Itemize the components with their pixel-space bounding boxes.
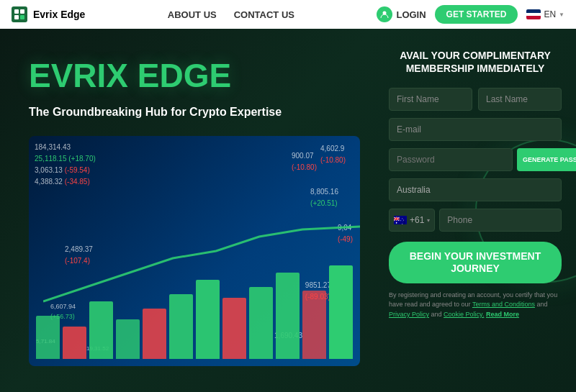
phone-input[interactable]	[439, 209, 562, 232]
country-input[interactable]	[389, 178, 562, 201]
registration-form-panel: AVAIL YOUR COMPLIMENTARY MEMBERSHIP IMME…	[374, 29, 576, 392]
email-input[interactable]	[389, 118, 562, 141]
get-started-button[interactable]: GET STARTED	[435, 5, 518, 24]
australia-flag-icon	[394, 216, 407, 224]
trend-line	[43, 222, 360, 309]
logo[interactable]: Evrix Edge	[12, 6, 85, 22]
svg-rect-3	[20, 15, 24, 19]
password-row: GENERATE PASSWORDS	[389, 148, 562, 171]
hero-subtitle: The Groundbreaking Hub for Crypto Expert…	[29, 106, 353, 119]
svg-rect-0	[14, 9, 19, 14]
logo-text: Evrix Edge	[33, 9, 85, 20]
phone-code: +61	[410, 215, 424, 225]
hero-section: EVRIX EDGE The Groundbreaking Hub for Cr…	[0, 29, 576, 392]
navbar: Evrix Edge ABOUT US CONTACT US LOGIN GET…	[0, 0, 576, 29]
lang-label: EN	[544, 9, 556, 19]
stock-chart-image: 184,314.43 25,118.15 (+18.70) 3,063.13 (…	[29, 136, 360, 366]
terms-link[interactable]: Terms and Conditions	[472, 301, 535, 308]
generate-password-button[interactable]: GENERATE PASSWORDS	[517, 148, 576, 171]
chart-canvas: 184,314.43 25,118.15 (+18.70) 3,063.13 (…	[29, 136, 360, 366]
language-selector[interactable]: EN ▼	[526, 9, 564, 19]
submit-button[interactable]: BEGIN YOUR INVESTMENT JOURNEY	[389, 242, 562, 283]
cookie-link[interactable]: Cookie Policy.	[444, 311, 484, 318]
disclaimer-text: By registering and creating an account, …	[389, 291, 562, 320]
chevron-down-icon: ▾	[427, 217, 430, 224]
first-name-input[interactable]	[389, 88, 472, 111]
lang-flag-icon	[526, 9, 541, 19]
read-more-link[interactable]: Read More	[486, 311, 519, 318]
svg-rect-2	[14, 15, 19, 19]
last-name-input[interactable]	[478, 88, 562, 111]
logo-icon	[12, 6, 27, 22]
nav-links: ABOUT US CONTACT US	[168, 9, 294, 20]
navbar-right: LOGIN GET STARTED EN ▼	[377, 5, 564, 24]
svg-rect-1	[20, 9, 24, 14]
country-code-selector[interactable]: +61 ▾	[389, 209, 435, 232]
login-icon	[377, 6, 392, 22]
about-us-link[interactable]: ABOUT US	[168, 9, 217, 20]
hero-left: EVRIX EDGE The Groundbreaking Hub for Cr…	[0, 29, 374, 392]
privacy-link[interactable]: Privacy Policy	[389, 311, 429, 318]
login-label: LOGIN	[396, 9, 426, 20]
form-title: AVAIL YOUR COMPLIMENTARY MEMBERSHIP IMME…	[389, 49, 562, 75]
password-input[interactable]	[389, 148, 513, 171]
hero-title: EVRIX EDGE	[29, 58, 353, 94]
chevron-down-icon: ▼	[559, 12, 564, 18]
contact-us-link[interactable]: CONTACT US	[234, 9, 294, 20]
name-row	[389, 88, 562, 111]
phone-row: +61 ▾	[389, 209, 562, 232]
login-button[interactable]: LOGIN	[377, 6, 426, 22]
